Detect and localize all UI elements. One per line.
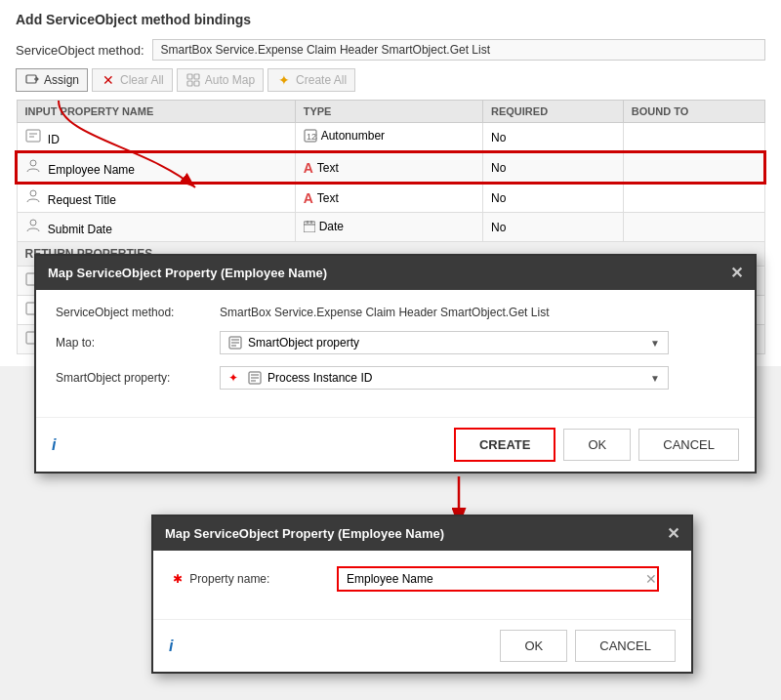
modal-map-property-1: Map ServiceObject Property (Employee Nam… (34, 254, 757, 474)
cancel-button-2[interactable]: CANCEL (575, 630, 676, 662)
text-type2: A Text (304, 190, 339, 206)
text-type: A Text (304, 160, 339, 176)
modal1-smartobj-value: ✦ Process Instance ID (228, 371, 372, 385)
autonumber-type: 123 Autonumber (304, 129, 385, 143)
id-row-icon (25, 128, 41, 144)
info-icon-2: i (169, 638, 173, 655)
modal1-map-to-row: Map to: SmartObject property ▼ (56, 331, 735, 354)
modal1-smartobj-select[interactable]: ✦ Process Instance ID ▼ (220, 366, 669, 390)
table-row[interactable]: ID 123 Autonumber No (17, 123, 764, 153)
so-method-row: ServiceObject method: SmartBox Service.E… (16, 39, 765, 61)
col-header-bound: BOUND TO (623, 101, 764, 123)
auto-map-button[interactable]: Auto Map (177, 68, 264, 92)
assign-icon (24, 72, 40, 88)
modal-title-1: Map ServiceObject Property (Employee Nam… (48, 266, 327, 280)
modal1-so-method-row: ServiceObject method: SmartBox Service.E… (56, 306, 735, 319)
modal2-property-label: ✱ Property name: (173, 572, 329, 586)
svg-rect-2 (187, 74, 192, 79)
modal-title-2: Map ServiceObject Property (Employee Nam… (165, 526, 444, 541)
modal-close-1[interactable]: ✕ (730, 264, 743, 282)
so-method-label: ServiceObject method: (16, 43, 144, 58)
svg-point-11 (30, 160, 36, 166)
property-name-input[interactable] (339, 568, 641, 590)
auto-map-icon (185, 72, 201, 88)
panel-title: Add ServiceObject method bindings (16, 12, 765, 27)
modal1-map-to-value: SmartObject property (228, 336, 359, 350)
modal-body-2: ✱ Property name: ✕ (153, 551, 691, 619)
modal-footer-2: i OK CANCEL (153, 619, 691, 672)
svg-rect-14 (304, 222, 315, 232)
create-all-button[interactable]: ✦ Create All (267, 68, 355, 92)
date-type: Date (304, 220, 344, 233)
star-icon: ✦ (276, 72, 292, 88)
create-button[interactable]: CREATE (454, 428, 555, 462)
request-row-icon (25, 188, 41, 204)
employee-row-icon (25, 158, 41, 174)
modal1-map-to-select[interactable]: SmartObject property ▼ (220, 331, 669, 354)
col-header-name: INPUT PROPERTY NAME (17, 101, 295, 123)
svg-text:123: 123 (307, 132, 317, 142)
map-to-chevron: ▼ (650, 338, 660, 349)
modal1-so-method-value: SmartBox Service.Expense Claim Header Sm… (220, 306, 549, 319)
assign-button[interactable]: Assign (16, 68, 88, 92)
svg-rect-5 (194, 81, 199, 86)
table-row[interactable]: Employee Name A Text No (17, 152, 764, 183)
table-row[interactable]: Submit Date Date No (17, 213, 764, 242)
modal1-so-method-label: ServiceObject method: (56, 306, 212, 319)
so-method-value: SmartBox Service.Expense Claim Header Sm… (152, 39, 765, 61)
list-icon-2 (248, 371, 262, 385)
required-star-2: ✱ (173, 572, 185, 586)
toolbar: Assign ✕ Clear All Auto Map ✦ Create All (16, 68, 765, 92)
modal-header-1: Map ServiceObject Property (Employee Nam… (36, 256, 755, 290)
clear-icon: ✕ (101, 72, 116, 88)
svg-point-12 (30, 190, 36, 196)
col-header-required: REQUIRED (483, 101, 624, 123)
property-name-input-wrapper: ✕ (337, 566, 659, 592)
modal1-smartobj-row: SmartObject property: ✦ Process Instance… (56, 366, 735, 390)
modal1-smartobj-label: SmartObject property: (56, 371, 212, 385)
ok-button-1[interactable]: OK (563, 429, 631, 461)
modal1-map-to-label: Map to: (56, 336, 212, 350)
svg-rect-3 (194, 74, 199, 79)
svg-rect-6 (26, 130, 40, 142)
table-row[interactable]: Request Title A Text No (17, 183, 764, 213)
svg-rect-4 (187, 81, 192, 86)
cancel-button-1[interactable]: CANCEL (638, 429, 739, 461)
ok-button-2[interactable]: OK (500, 630, 567, 662)
required-star-1: ✦ (228, 371, 238, 385)
clear-all-button[interactable]: ✕ Clear All (92, 68, 173, 92)
modal-footer-1: i CREATE OK CANCEL (36, 417, 755, 472)
modal2-property-row: ✱ Property name: ✕ (173, 566, 672, 592)
col-header-type: TYPE (295, 101, 482, 123)
list-icon (228, 336, 242, 350)
modal-map-property-2: Map ServiceObject Property (Employee Nam… (151, 515, 693, 674)
submit-row-icon (25, 218, 41, 233)
modal-header-2: Map ServiceObject Property (Employee Nam… (153, 516, 691, 551)
modal-body-1: ServiceObject method: SmartBox Service.E… (36, 290, 755, 417)
smartobj-chevron: ▼ (650, 373, 660, 384)
svg-point-13 (30, 220, 36, 226)
input-clear-icon[interactable]: ✕ (645, 571, 657, 587)
info-icon-1: i (52, 436, 56, 454)
modal-close-2[interactable]: ✕ (667, 524, 679, 543)
